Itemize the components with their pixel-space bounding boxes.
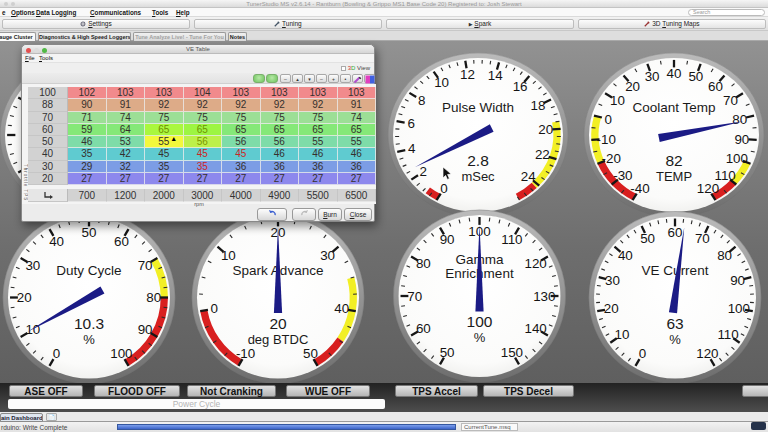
svg-text:40: 40 [334,301,349,316]
svg-text:82: 82 [665,152,682,169]
svg-text:50: 50 [440,345,455,360]
svg-text:Duty Cycle: Duty Cycle [56,263,121,278]
svg-text:110: 110 [501,232,522,247]
svg-text:140: 140 [524,321,546,336]
svg-text:0: 0 [210,301,217,316]
svg-text:VE Current: VE Current [642,263,709,278]
svg-text:20: 20 [625,79,640,94]
svg-text:10: 10 [434,75,449,90]
svg-text:0: 0 [53,346,60,361]
svg-text:6: 6 [407,116,414,131]
svg-text:90: 90 [138,322,153,337]
svg-text:60: 60 [114,234,129,249]
svg-text:90: 90 [440,232,455,247]
svg-text:90: 90 [734,132,749,147]
svg-text:mSec: mSec [461,169,495,184]
svg-text:4: 4 [408,141,416,156]
svg-text:130: 130 [533,289,555,304]
svg-text:22: 22 [535,147,550,162]
svg-text:70: 70 [138,258,153,273]
svg-text:80: 80 [146,290,161,305]
svg-text:50: 50 [82,225,97,240]
svg-text:0: 0 [639,346,646,361]
svg-text:63: 63 [666,315,683,332]
svg-text:110: 110 [717,327,738,342]
svg-text:20: 20 [538,122,553,137]
svg-text:0: 0 [605,112,612,127]
svg-text:10: 10 [610,93,625,108]
svg-text:50: 50 [640,231,655,246]
svg-text:30: 30 [605,273,620,288]
svg-text:10.3: 10.3 [74,315,104,332]
svg-text:100: 100 [467,313,493,330]
svg-text:80: 80 [416,256,431,271]
svg-text:-10: -10 [236,346,255,361]
svg-text:120: 120 [524,256,546,271]
svg-text:10: 10 [25,322,40,337]
svg-text:10: 10 [221,248,236,263]
svg-text:0: 0 [440,181,447,196]
svg-text:24: 24 [521,169,536,184]
svg-text:%: % [83,332,95,347]
svg-text:120: 120 [696,346,718,361]
svg-text:80: 80 [717,248,732,263]
svg-text:80: 80 [732,112,747,127]
svg-text:30: 30 [25,258,40,273]
svg-text:20: 20 [17,290,32,305]
svg-text:40: 40 [49,234,64,249]
svg-text:150: 150 [501,345,523,360]
svg-text:-20: -20 [602,151,621,166]
svg-text:40: 40 [667,66,682,81]
svg-text:2: 2 [420,164,427,179]
svg-text:50: 50 [303,346,318,361]
svg-text:60: 60 [668,225,683,240]
svg-text:%: % [669,332,681,347]
svg-text:50: 50 [688,69,703,84]
svg-text:8: 8 [418,93,425,108]
svg-text:20: 20 [604,301,619,316]
svg-text:40: 40 [618,248,633,263]
svg-text:10: 10 [614,327,629,342]
svg-text:20: 20 [269,315,287,332]
svg-text:16: 16 [513,79,528,94]
svg-text:-10: -10 [596,132,615,147]
svg-text:30: 30 [645,69,660,84]
svg-text:90: 90 [730,273,745,288]
svg-text:100: 100 [728,301,750,316]
svg-text:120: 120 [697,181,719,196]
svg-text:deg BTDC: deg BTDC [248,332,309,347]
svg-text:Pulse Width: Pulse Width [442,100,514,115]
svg-text:70: 70 [695,231,710,246]
svg-text:-40: -40 [630,181,649,196]
svg-text:%: % [474,330,486,345]
svg-text:14: 14 [488,68,503,83]
svg-text:100: 100 [726,151,748,166]
svg-text:70: 70 [407,289,422,304]
svg-text:-30: -30 [613,168,632,183]
svg-text:Coolant Temp: Coolant Temp [632,100,715,115]
svg-text:60: 60 [416,321,431,336]
svg-text:18: 18 [530,98,545,113]
svg-text:30: 30 [320,248,335,263]
svg-text:TEMP: TEMP [656,169,692,184]
svg-text:70: 70 [723,93,738,108]
svg-text:2.8: 2.8 [467,152,489,169]
svg-text:12: 12 [460,67,475,82]
svg-text:60: 60 [708,79,723,94]
svg-text:100: 100 [110,346,132,361]
